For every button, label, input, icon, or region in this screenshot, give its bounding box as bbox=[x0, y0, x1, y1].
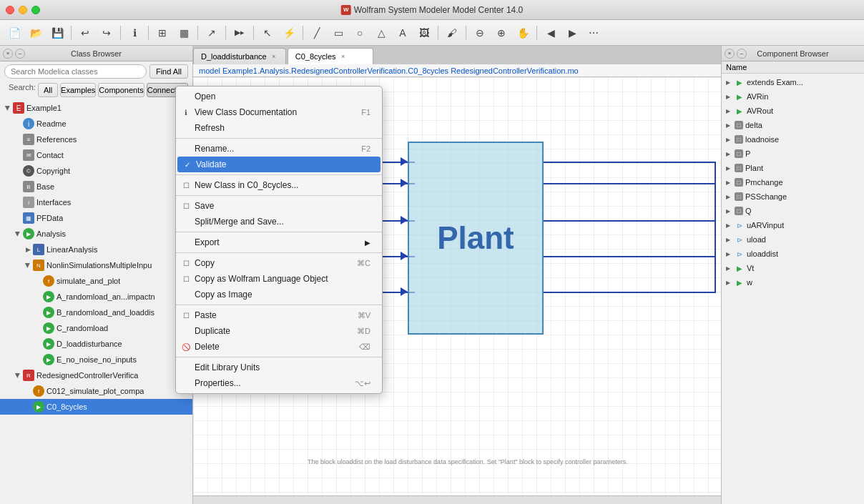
tree-arrow-nonlinsim[interactable]: ▶ bbox=[23, 260, 33, 270]
cm-paste[interactable]: ☐ Paste ⌘V bbox=[176, 307, 382, 323]
comp-arrow-delta[interactable]: ▶ bbox=[726, 122, 735, 129]
comp-item-uarvinput[interactable]: ▶ ⊳ uARVinput bbox=[722, 218, 864, 232]
cm-validate[interactable]: ✓ Validate bbox=[177, 157, 381, 172]
info-button[interactable]: ℹ bbox=[124, 24, 144, 42]
comp-arrow-loadnoise[interactable]: ▶ bbox=[726, 137, 735, 143]
panel-control-1[interactable]: × bbox=[3, 49, 13, 59]
comp-arrow-w[interactable]: ▶ bbox=[726, 280, 735, 286]
more-button[interactable]: ⋯ bbox=[584, 24, 604, 42]
save-button[interactable]: 💾 bbox=[47, 24, 67, 42]
comp-panel-control-2[interactable]: – bbox=[737, 49, 747, 59]
cm-rename[interactable]: Rename... F2 bbox=[176, 141, 382, 157]
zoom-out-button[interactable]: ⊖ bbox=[470, 24, 490, 42]
comp-item-delta[interactable]: ▶ □ delta bbox=[722, 118, 864, 132]
cm-view-class-doc[interactable]: ℹ View Class Documentation F1 bbox=[176, 104, 382, 120]
poly-button[interactable]: △ bbox=[371, 24, 391, 42]
cursor-button[interactable]: ↖ bbox=[257, 24, 278, 42]
grid-button[interactable]: ▦ bbox=[174, 24, 194, 42]
tree-item-references[interactable]: ▶ ≡ References bbox=[0, 132, 192, 147]
window-controls[interactable] bbox=[6, 6, 40, 14]
oval-button[interactable]: ○ bbox=[350, 24, 370, 42]
comp-arrow-psschange[interactable]: ▶ bbox=[726, 194, 735, 200]
tree-item-copyright[interactable]: ▶ © Copyright bbox=[0, 163, 192, 179]
comp-arrow-avrin[interactable]: ▶ bbox=[726, 94, 735, 100]
cm-export[interactable]: Export ▶ bbox=[176, 234, 382, 250]
simulate-button[interactable]: ▶▸ bbox=[230, 24, 250, 42]
new-button[interactable]: 📄 bbox=[4, 24, 24, 42]
cm-duplicate[interactable]: Duplicate ⌘D bbox=[176, 323, 382, 339]
minimize-button[interactable] bbox=[19, 6, 27, 14]
tree-arrow-linearanalysis[interactable]: ▶ bbox=[23, 244, 33, 255]
comp-arrow-q[interactable]: ▶ bbox=[726, 208, 735, 214]
comp-arrow-vt[interactable]: ▶ bbox=[726, 265, 735, 272]
brush-button[interactable]: 🖌 bbox=[442, 24, 462, 42]
comp-item-uload[interactable]: ▶ ⊳ uload bbox=[722, 232, 864, 247]
tab-co8cycles[interactable]: C0_8cycles × bbox=[288, 48, 373, 64]
image-button[interactable]: 🖼 bbox=[414, 24, 434, 42]
cm-copy-image[interactable]: Copy as Image bbox=[176, 287, 382, 302]
comp-item-q[interactable]: ▶ □ Q bbox=[722, 204, 864, 218]
search-input[interactable] bbox=[4, 64, 147, 79]
comp-item-psschange[interactable]: ▶ □ PSSchange bbox=[722, 189, 864, 204]
tree-item-example1[interactable]: ▶ E Example1 bbox=[0, 100, 192, 116]
tree-item-contact[interactable]: ▶ ✉ Contact bbox=[0, 147, 192, 163]
back-button[interactable]: ◀ bbox=[541, 24, 561, 42]
tree-arrow-example1[interactable]: ▶ bbox=[3, 103, 13, 113]
cm-save[interactable]: ☐ Save bbox=[176, 198, 382, 214]
zoom-in-button[interactable]: ⊕ bbox=[491, 24, 511, 42]
comp-item-extends[interactable]: ▶ ▶ extends Exam... bbox=[722, 75, 864, 89]
tree-item-analysis[interactable]: ▶ ▶ Analysis bbox=[0, 226, 192, 242]
comp-arrow-pmchange[interactable]: ▶ bbox=[726, 179, 735, 186]
pan-button[interactable]: ✋ bbox=[513, 24, 533, 42]
tab-d-loaddisturbance[interactable]: D_loaddisturbance × bbox=[193, 48, 286, 64]
tree-item-c012[interactable]: ▶ f C012_simulate_plot_compa bbox=[0, 383, 192, 399]
tree-arrow-analysis[interactable]: ▶ bbox=[13, 229, 23, 239]
tree-item-base[interactable]: ▶ B Base bbox=[0, 179, 192, 194]
comp-arrow-p[interactable]: ▶ bbox=[726, 151, 735, 157]
tree-item-co8cycles[interactable]: ▶ ▶ C0_8cycles bbox=[0, 399, 192, 415]
filter-components[interactable]: Components bbox=[98, 83, 144, 97]
comp-item-p[interactable]: ▶ □ P bbox=[722, 147, 864, 161]
comp-arrow-plant[interactable]: ▶ bbox=[726, 165, 735, 172]
panel-control-2[interactable]: – bbox=[15, 49, 25, 59]
tree-item-b-random[interactable]: ▶ ▶ B_randomload_and_loaddis bbox=[0, 305, 192, 320]
comp-panel-control-1[interactable]: × bbox=[725, 49, 735, 59]
cm-delete[interactable]: 🚫 Delete ⌫ bbox=[176, 339, 382, 355]
cm-copy[interactable]: ☐ Copy ⌘C bbox=[176, 255, 382, 271]
comp-arrow-extends[interactable]: ▶ bbox=[726, 79, 735, 86]
rotate-button[interactable]: ↗ bbox=[202, 24, 222, 42]
find-all-button[interactable]: Find All bbox=[149, 64, 188, 79]
cm-split-merge[interactable]: Split/Merge and Save... bbox=[176, 214, 382, 229]
text-button[interactable]: A bbox=[393, 24, 413, 42]
tree-item-simulate-and-plot[interactable]: ▶ f simulate_and_plot bbox=[0, 273, 192, 289]
cm-open[interactable]: Open bbox=[176, 89, 382, 104]
horizontal-scrollbar[interactable] bbox=[193, 495, 721, 504]
tree-arrow-redesigned[interactable]: ▶ bbox=[13, 370, 23, 380]
cm-copy-wolfram[interactable]: ☐ Copy as Wolfram Language Object bbox=[176, 271, 382, 287]
comp-item-pmchange[interactable]: ▶ □ Pmchange bbox=[722, 175, 864, 189]
tree-item-readme[interactable]: ▶ i Readme bbox=[0, 116, 192, 132]
tree-item-a-random[interactable]: ▶ ▶ A_randomload_an...impactn bbox=[0, 289, 192, 305]
close-button[interactable] bbox=[6, 6, 14, 14]
comp-item-avrout[interactable]: ▶ ▶ AVRout bbox=[722, 104, 864, 118]
open-button[interactable]: 📂 bbox=[26, 24, 46, 42]
forward-button[interactable]: ▶ bbox=[562, 24, 582, 42]
cm-refresh[interactable]: Refresh bbox=[176, 120, 382, 136]
comp-arrow-uarvinput[interactable]: ▶ bbox=[726, 222, 735, 229]
comp-item-loadnoise[interactable]: ▶ □ loadnoise bbox=[722, 132, 864, 147]
tree-item-d-load[interactable]: ▶ ▶ D_loaddisturbance bbox=[0, 336, 192, 352]
connect-button[interactable]: ⚡ bbox=[279, 24, 299, 42]
cm-new-class[interactable]: ☐ New Class in C0_8cycles... bbox=[176, 177, 382, 193]
rect-button[interactable]: ▭ bbox=[328, 24, 348, 42]
comp-item-uloaddist[interactable]: ▶ ⊳ uloaddist bbox=[722, 247, 864, 261]
tree-item-nonlinsim[interactable]: ▶ N NonlinSimulationsMultipleInpu bbox=[0, 257, 192, 273]
comp-item-vt[interactable]: ▶ ▶ Vt bbox=[722, 261, 864, 275]
diagram-button[interactable]: ⊞ bbox=[152, 24, 172, 42]
filter-all[interactable]: All bbox=[38, 83, 58, 97]
tree-item-pfdata[interactable]: ▶ ▦ PFData bbox=[0, 210, 192, 226]
tab-close-co8[interactable]: × bbox=[339, 52, 348, 61]
tree-item-interfaces[interactable]: ▶ I Interfaces bbox=[0, 194, 192, 210]
redo-button[interactable]: ↪ bbox=[97, 24, 117, 42]
tree-item-e-no-noise[interactable]: ▶ ▶ E_no_noise_no_inputs bbox=[0, 352, 192, 367]
comp-arrow-uloaddist[interactable]: ▶ bbox=[726, 251, 735, 257]
